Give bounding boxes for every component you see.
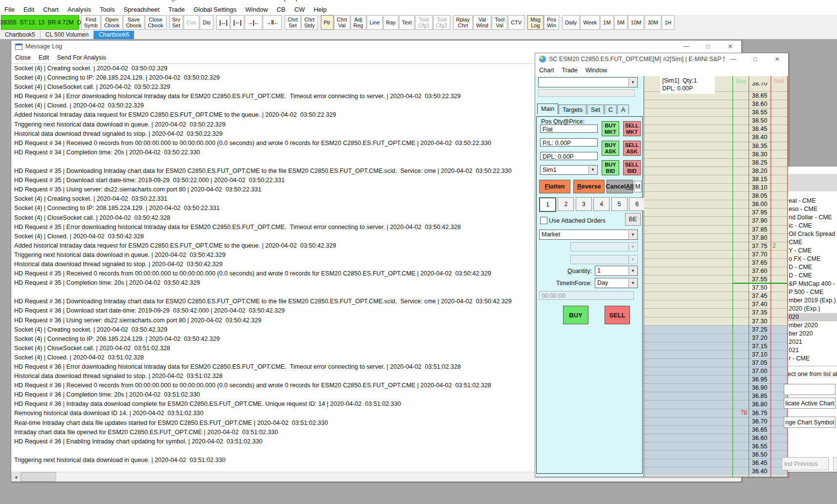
toolbar-button-open-cbook[interactable]: Open Cbook bbox=[101, 15, 123, 30]
dom-left-cell[interactable] bbox=[644, 242, 732, 250]
dom-left-cell[interactable] bbox=[644, 418, 732, 425]
toolbar-button-daily[interactable]: Daily bbox=[562, 15, 580, 30]
dom-left-cell[interactable] bbox=[644, 384, 732, 392]
dom-left-cell[interactable] bbox=[644, 159, 732, 167]
toolbar-button-adj-reg[interactable]: Adj Reg bbox=[351, 15, 366, 30]
change-chart-symbol-button[interactable]: nge Chart Symbol bbox=[784, 417, 836, 428]
expand-width-alt-icon[interactable]: |⇔| bbox=[230, 15, 244, 30]
dom-buy-qty-cell[interactable] bbox=[732, 251, 749, 258]
dom-sell-qty-cell[interactable] bbox=[771, 192, 788, 200]
toolbar-button-5m[interactable]: 5M bbox=[614, 15, 628, 30]
dom-buy-qty-cell[interactable] bbox=[732, 459, 749, 467]
dom-left-cell[interactable] bbox=[644, 351, 732, 358]
dom-buy-qty-cell[interactable] bbox=[732, 108, 749, 116]
dom-left-cell[interactable] bbox=[644, 459, 732, 467]
dom-left-cell[interactable] bbox=[644, 326, 732, 334]
sell-ask-button[interactable]: SELL ASK bbox=[623, 141, 641, 156]
minimize-button[interactable]: — bbox=[675, 41, 697, 52]
chevron-down-icon[interactable]: ▼ bbox=[628, 279, 637, 287]
dom-left-cell[interactable] bbox=[644, 409, 732, 417]
menu-item-chart[interactable]: Chart bbox=[39, 6, 63, 13]
sell-button[interactable]: SELL bbox=[605, 306, 630, 324]
dom-left-cell[interactable] bbox=[644, 275, 732, 283]
dom-left-cell[interactable] bbox=[644, 209, 732, 216]
trade-menu-trade[interactable]: Trade bbox=[558, 67, 582, 74]
menu-item-edit[interactable]: Edit bbox=[19, 6, 39, 13]
dom-buy-qty-cell[interactable] bbox=[732, 418, 749, 425]
menu-item-trade[interactable]: Trade bbox=[164, 6, 189, 13]
flatten-button[interactable]: Flatten bbox=[539, 180, 570, 193]
compress-width-icon[interactable]: →|← bbox=[245, 15, 262, 30]
m-button[interactable]: M bbox=[634, 181, 642, 192]
dom-buy-qty-cell[interactable] bbox=[732, 309, 749, 316]
symbol-list-item[interactable]: P 500 - CME bbox=[788, 288, 837, 296]
dom-sell-qty-cell[interactable] bbox=[771, 108, 788, 116]
message-log-menu-close[interactable]: Close bbox=[11, 54, 35, 61]
menu-item-tools[interactable]: Tools bbox=[96, 6, 119, 13]
dom-sell-qty-cell[interactable] bbox=[771, 317, 788, 325]
menu-item-file[interactable]: File bbox=[0, 6, 19, 13]
dom-buy-qty-cell[interactable] bbox=[732, 326, 749, 334]
toolbar-button-tool-val[interactable]: Tool Val bbox=[492, 15, 507, 30]
dom-buy-qty-cell[interactable] bbox=[732, 92, 749, 100]
dom-left-cell[interactable] bbox=[644, 334, 732, 342]
dom-left-cell[interactable] bbox=[644, 167, 732, 175]
dom-left-cell[interactable] bbox=[644, 117, 732, 125]
toolbar-button-chrt-set[interactable]: Chrt Set bbox=[285, 15, 301, 30]
dom-sell-qty-cell[interactable] bbox=[771, 259, 788, 267]
symbol-list-item[interactable]: nd Dollar - CME bbox=[788, 213, 837, 222]
dom-buy-qty-cell[interactable] bbox=[732, 142, 749, 150]
dom-buy-qty-cell[interactable] bbox=[732, 125, 749, 133]
dom-sell-qty-cell[interactable] bbox=[771, 267, 788, 275]
chevron-down-icon[interactable]: ▼ bbox=[628, 267, 637, 275]
toolbar-button-week[interactable]: Week bbox=[580, 15, 600, 30]
message-log-menu-edit[interactable]: Edit bbox=[35, 54, 53, 61]
dom-buy-qty-cell[interactable]: 78 bbox=[732, 409, 749, 417]
dom-sell-qty-cell[interactable] bbox=[771, 409, 788, 417]
dom-left-cell[interactable] bbox=[644, 200, 732, 208]
dom-sell-qty-cell[interactable]: 2 bbox=[771, 242, 788, 250]
pos-qty-field[interactable]: Flat bbox=[540, 125, 598, 133]
dom-sell-qty-cell[interactable] bbox=[771, 100, 788, 108]
dom-buy-qty-cell[interactable] bbox=[732, 259, 749, 267]
dom-buy-qty-cell[interactable] bbox=[732, 292, 749, 300]
dom-left-cell[interactable] bbox=[644, 292, 732, 300]
maximize-button[interactable]: □ bbox=[697, 41, 719, 52]
partial-button[interactable] bbox=[833, 457, 837, 470]
dom-left-cell[interactable] bbox=[644, 451, 732, 459]
trade-tab-targets[interactable]: Targets bbox=[559, 105, 586, 114]
buy-market-button[interactable]: BUY MKT bbox=[602, 121, 619, 136]
qty-preset-5[interactable]: 5 bbox=[611, 197, 628, 211]
dom-buy-qty-cell[interactable] bbox=[732, 400, 749, 408]
dom-sell-qty-cell[interactable] bbox=[771, 342, 788, 350]
chevron-down-icon[interactable]: ▼ bbox=[628, 78, 637, 86]
dom-sell-qty-cell[interactable] bbox=[771, 334, 788, 342]
dom-sell-qty-cell[interactable] bbox=[771, 300, 788, 308]
message-log-menu-send-for-analysis[interactable]: Send For Analysis bbox=[53, 54, 110, 61]
dom-buy-qty-cell[interactable] bbox=[732, 159, 749, 167]
dom-buy-qty-cell[interactable] bbox=[732, 359, 749, 367]
dom-buy-qty-cell[interactable] bbox=[732, 442, 749, 450]
dom-buy-qty-cell[interactable] bbox=[732, 426, 749, 434]
menu-item-spreadsheet[interactable]: Spreadsheet bbox=[119, 6, 164, 13]
maximize-button[interactable]: □ bbox=[744, 53, 766, 65]
trade-tab-a[interactable]: A bbox=[617, 105, 629, 114]
dom-sell-qty-cell[interactable] bbox=[771, 167, 788, 175]
dom-buy-qty-cell[interactable] bbox=[732, 376, 749, 383]
checkbox-icon[interactable] bbox=[540, 217, 547, 224]
minimize-button[interactable]: — bbox=[722, 53, 744, 65]
dom-sell-qty-cell[interactable] bbox=[771, 326, 788, 334]
dom-buy-qty-cell[interactable] bbox=[732, 467, 749, 475]
dom-buy-qty-cell[interactable] bbox=[732, 226, 749, 233]
dpl-field[interactable]: DPL: 0.00P bbox=[540, 152, 598, 160]
symbol-input[interactable] bbox=[784, 384, 836, 395]
symbol-list-item[interactable]: 021 bbox=[788, 346, 837, 355]
dom-sell-qty-cell[interactable] bbox=[771, 184, 788, 191]
dom-left-cell[interactable] bbox=[644, 317, 732, 325]
symbol-list-item[interactable]: ic - CME bbox=[788, 222, 837, 230]
dom-buy-qty-cell[interactable] bbox=[732, 392, 749, 400]
dom-sell-qty-cell[interactable] bbox=[771, 292, 788, 300]
dom-left-cell[interactable] bbox=[644, 192, 732, 200]
dom-left-cell[interactable] bbox=[644, 467, 732, 475]
dom-sell-qty-cell[interactable] bbox=[771, 117, 788, 125]
